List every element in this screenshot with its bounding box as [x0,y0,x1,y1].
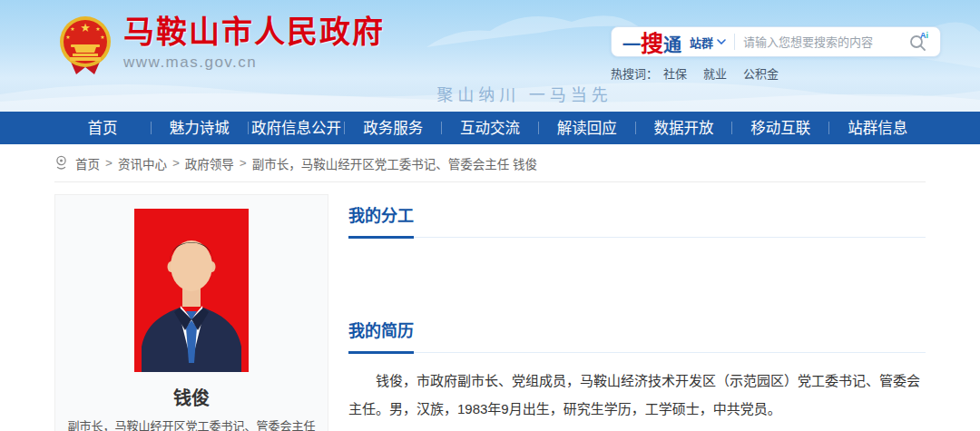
site-title: 马鞍山市人民政府 [123,15,385,50]
main-nav-inner: 首页 魅力诗城 政府信息公开 政务服务 互动交流 解读回应 数据开放 移动互联 … [54,112,926,144]
national-emblem-icon: ★ ★ ★ ★ ★ [58,15,113,76]
hot-search-row: 热搜词：社保就业公积金 [611,64,941,82]
nav-item-open-data[interactable]: 数据开放 [636,112,732,144]
logo-text: 马鞍山市人民政府 www.mas.gov.cn [123,15,385,72]
section-duties-header: 我的分工 [348,202,926,238]
resume-text: 钱俊，市政府副市长、党组成员，马鞍山经济技术开发区（示范园区）党工委书记、管委会… [348,367,926,423]
profile-card: 钱俊 副市长，马鞍山经开区党工委书记、管委会主任 [54,194,328,431]
nav-item-charm-city[interactable]: 魅力诗城 [152,112,248,144]
hot-keyword-gongjijin[interactable]: 公积金 [743,67,779,81]
main-content: 钱俊 副市长，马鞍山经开区党工委书记、管委会主任 我的分工 我的简历 钱俊，市政… [0,182,980,431]
search-input[interactable] [743,35,906,49]
breadcrumb-news-center[interactable]: 资讯中心 [118,154,167,172]
svg-text:★: ★ [80,21,91,34]
location-pin-icon [54,155,68,171]
search-area: 一搜通 站群 Ai 热搜词：社保就业公积金 [611,26,941,82]
main-nav: 首页 魅力诗城 政府信息公开 政务服务 互动交流 解读回应 数据开放 移动互联 … [0,112,980,144]
search-scope-dropdown[interactable]: 站群 [690,34,726,51]
section-resume: 我的简历 钱俊，市政府副市长、党组成员，马鞍山经济技术开发区（示范园区）党工委书… [348,318,926,423]
profile-detail: 我的分工 我的简历 钱俊，市政府副市长、党组成员，马鞍山经济技术开发区（示范园区… [348,194,926,431]
search-ai-icon: Ai [907,31,931,53]
breadcrumb-bar: 首页 > 资讯中心 > 政府领导 > 副市长，马鞍山经开区党工委书记、管委会主任… [0,144,980,182]
hot-keyword-jiuye[interactable]: 就业 [703,67,727,81]
nav-item-gov-services[interactable]: 政务服务 [345,112,441,144]
svg-text:★: ★ [70,26,74,32]
svg-text:★: ★ [65,34,70,40]
breadcrumb-current-page: 副市长，马鞍山经开区党工委书记、管委会主任 钱俊 [252,154,537,172]
breadcrumb: 首页 > 资讯中心 > 政府领导 > 副市长，马鞍山经开区党工委书记、管委会主任… [54,144,926,182]
search-divider [734,34,735,50]
svg-text:★: ★ [95,26,100,32]
svg-text:★: ★ [100,34,104,40]
section-duties: 我的分工 [348,202,926,318]
chevron-down-icon [717,39,726,44]
section-duties-heading: 我的分工 [348,207,414,225]
search-scope-label: 站群 [690,34,713,51]
section-resume-header: 我的简历 [348,318,926,353]
section-duties-body [348,238,926,318]
search-box: 一搜通 站群 Ai [611,26,941,57]
site-header: ★ ★ ★ ★ ★ 马鞍山市人民政府 www.mas.gov.cn 聚山纳川 一… [0,0,980,112]
nav-item-gov-info[interactable]: 政府信息公开 [249,112,345,144]
hot-keyword-shebao[interactable]: 社保 [663,67,687,81]
breadcrumb-separator: > [172,156,180,170]
nav-item-interpretation[interactable]: 解读回应 [539,112,635,144]
breadcrumb-gov-leaders[interactable]: 政府领导 [185,154,234,172]
site-logo[interactable]: ★ ★ ★ ★ ★ 马鞍山市人民政府 www.mas.gov.cn [58,15,385,76]
profile-photo [134,209,249,372]
breadcrumb-separator: > [240,156,247,170]
city-motto: 聚山纳川 一马当先 [388,82,661,105]
nav-item-home[interactable]: 首页 [54,112,151,144]
site-url: www.mas.gov.cn [123,54,385,72]
hot-search-label: 热搜词： [611,67,658,81]
section-resume-heading: 我的简历 [348,322,414,340]
breadcrumb-separator: > [105,156,113,170]
svg-text:Ai: Ai [920,31,928,40]
breadcrumb-home[interactable]: 首页 [75,154,100,172]
nav-item-mobile[interactable]: 移动互联 [732,112,828,144]
profile-name: 钱俊 [66,384,317,410]
search-button[interactable]: Ai [906,31,933,53]
nav-item-site-group[interactable]: 站群信息 [829,112,926,144]
nav-item-interaction[interactable]: 互动交流 [442,112,538,144]
profile-title: 副市长，马鞍山经开区党工委书记、管委会主任 [66,417,317,431]
search-brand: 一搜通 [622,25,681,58]
